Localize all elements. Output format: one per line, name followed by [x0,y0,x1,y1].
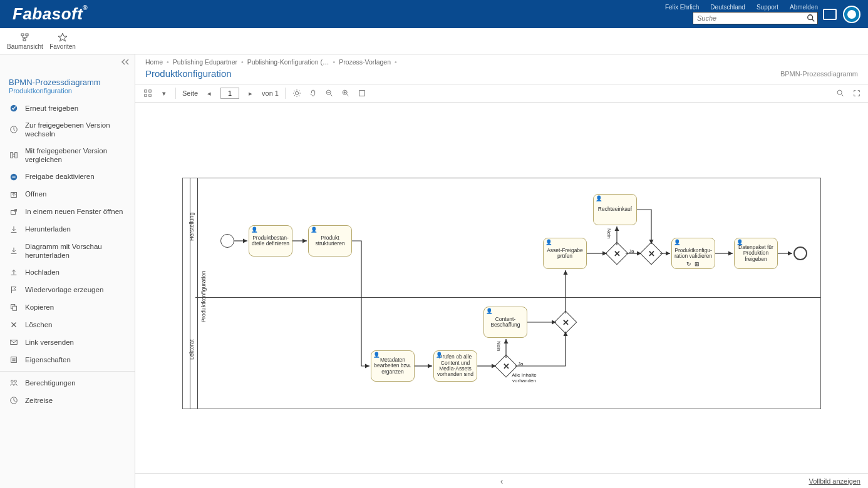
task-content-acquisition: 👤Content-Beschaffung [483,307,527,338]
search-in-doc-icon[interactable] [835,88,845,98]
svg-rect-12 [11,153,13,158]
svg-rect-33 [149,94,152,97]
start-event [220,234,234,248]
breadcrumb: Home• Publishing Edupartner• Publishing-… [135,54,868,67]
action-download[interactable]: Herunterladen [0,221,135,238]
timetravel-icon [9,395,19,405]
action-release-again[interactable]: Erneut freigeben [0,99,135,117]
svg-point-28 [14,380,17,383]
task-rights-purchase: 👤Rechteeinkauf [593,194,637,225]
search-icon[interactable] [805,14,817,23]
action-timetravel[interactable]: Zeitreise [0,392,135,409]
viewer-toolbar: ▾ Seite ◂ ▸ von 1 [135,84,868,103]
svg-rect-32 [145,94,147,97]
svg-rect-31 [149,90,152,93]
topbar: Fabasoft® Felix Ehrlich Deutschland Supp… [0,0,868,28]
favorites-button[interactable]: Favoriten [44,33,81,50]
action-copy[interactable]: Kopieren [0,298,135,316]
action-upload[interactable]: Hochladen [0,263,135,281]
action-compare-version[interactable]: Mit freigegebener Version vergleichen [0,143,135,168]
upload-icon [9,267,19,277]
hand-icon[interactable] [308,88,318,98]
check-icon [9,103,19,113]
gear-icon[interactable] [292,88,302,98]
zoom-in-icon[interactable] [341,88,351,98]
copy-icon [9,302,19,312]
action-open[interactable]: Öffnen [0,186,135,203]
svg-marker-9 [58,33,67,41]
label-nein-2: Nein [606,228,612,238]
sidebar-header: BPMN-Prozessdiagramm Produktkonfiguratio… [0,71,135,99]
task-check-assets: 👤Prüfen ob alle Content und Media-Assets… [433,350,477,382]
next-page-icon[interactable]: ▸ [245,88,256,98]
svg-point-43 [837,90,842,94]
window-icon[interactable] [823,9,837,20]
dropdown-icon[interactable]: ▾ [159,88,169,98]
label-nein-1: Nein [496,341,502,351]
action-open-new-window[interactable]: In einem neuen Fenster öffnen [0,203,135,221]
avatar[interactable] [843,6,860,23]
task-asset-release-check: 👤Asset-Freigabe prüfen [543,238,587,269]
svg-line-37 [331,94,333,96]
user-link[interactable]: Felix Ehrlich [665,4,699,11]
label-all-content: Alle Inhalte vorhanden [509,372,540,384]
page-input[interactable] [220,88,239,99]
lane-top-label: Herstellung [189,212,195,241]
svg-rect-3 [26,34,28,36]
prev-page-icon[interactable]: ◂ [204,88,214,98]
chevron-left-icon[interactable]: ‹ [500,476,504,486]
svg-line-1 [812,19,815,22]
gateway-bot-2: ✕ [554,311,577,334]
svg-point-0 [808,15,813,20]
task-release-datapackage: 👤Datenpaket für Produktion freigeben [734,238,778,269]
end-event [793,247,807,260]
support-link[interactable]: Support [757,4,778,11]
task-structure-product: 👤Produkt strukturieren [308,225,352,257]
action-permissions[interactable]: Berechtigungen [0,374,135,392]
expand-icon[interactable] [852,88,862,98]
crumb-3[interactable]: Prozess-Vorlagen [339,58,391,66]
search-input[interactable] [693,14,805,22]
sidebar-actions: Erneut freigeben Zur freigegebenen Versi… [0,99,135,369]
crop-icon[interactable] [357,88,367,98]
lane-bot-label: Lektorat [189,339,195,360]
zoom-out-icon[interactable] [324,88,334,98]
fullscreen-link[interactable]: Vollbild anzeigen [809,477,860,485]
task-validate-config: 👤Produktkonfigu­ration validieren↻ ⊞ [671,238,715,269]
treeview-button[interactable]: Baumansicht [6,33,44,50]
crumb-2[interactable]: Publishing-Konfiguration (… [247,58,329,66]
sidebar: BPMN-Prozessdiagramm Produktkonfiguratio… [0,54,135,488]
properties-icon [9,355,19,365]
action-delete[interactable]: Löschen [0,316,135,333]
logout-link[interactable]: Abmelden [790,4,818,11]
svg-point-27 [11,380,14,383]
svg-rect-4 [23,39,26,41]
action-properties[interactable]: Eigenschaften [0,351,135,369]
action-download-preview[interactable]: Diagramm mit Vorschau herunterladen [0,238,135,264]
clock-icon [9,125,19,135]
search-box[interactable] [693,12,818,24]
view-label: BPMN-Prozessdiagramm [780,70,858,78]
action-resubmission[interactable]: Wiedervorlage erzeugen [0,281,135,298]
label-ja-1: Ja [518,361,523,367]
page-label: Seite [182,89,198,97]
label-ja-2: Ja [629,248,634,254]
action-switch-version[interactable]: Zur freigegebenen Version wechseln [0,117,135,143]
gateway-top-2: ✕ [640,242,663,265]
thumbnails-icon[interactable] [143,88,153,98]
action-send-link[interactable]: Link versenden [0,333,135,351]
svg-line-41 [347,94,349,96]
crumb-1[interactable]: Publishing Edupartner [173,58,237,66]
brand-logo: Fabasoft® [13,4,88,24]
action-deactivate-release[interactable]: Freigabe deaktivieren [0,168,135,186]
crumb-home[interactable]: Home [145,58,163,66]
svg-point-34 [295,91,298,94]
diagram-canvas[interactable]: Produktkonfiguration Herstellung Lektora… [135,103,868,488]
collapse-icon[interactable] [121,58,130,68]
svg-rect-30 [145,90,147,93]
new-window-icon [9,207,19,217]
bpmn-diagram: Produktkonfiguration Herstellung Lektora… [182,178,821,409]
sub-toolbar: Baumansicht Favoriten [0,28,868,54]
flag-icon [9,285,19,295]
region-link[interactable]: Deutschland [710,4,745,11]
